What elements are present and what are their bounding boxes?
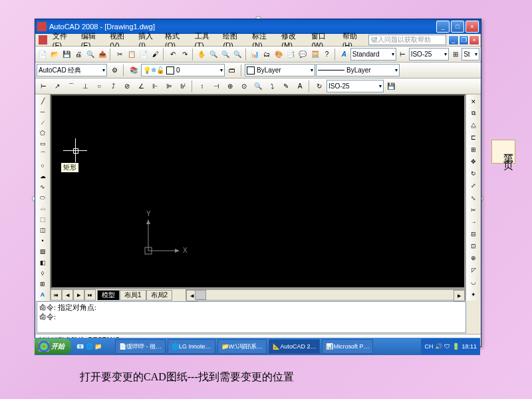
ellipse-arc-icon[interactable]: ⌓ xyxy=(36,203,49,213)
copy-obj-icon[interactable]: ⧉ xyxy=(467,108,480,119)
line-icon[interactable]: ╱ xyxy=(36,96,49,106)
layout1-tab[interactable]: 布局1 xyxy=(120,290,146,301)
point-icon[interactable]: • xyxy=(36,236,49,246)
move-icon[interactable]: ✥ xyxy=(467,156,480,168)
zoom-realtime-icon[interactable]: 🔍 xyxy=(208,48,219,61)
circle-icon[interactable]: ○ xyxy=(36,160,49,170)
publish-icon[interactable]: 📤 xyxy=(96,48,108,61)
command-prompt[interactable]: 命令: xyxy=(39,312,464,321)
dim-arc-icon[interactable]: ⌒ xyxy=(65,80,78,93)
hatch-icon[interactable]: ▨ xyxy=(36,247,49,257)
new-icon[interactable]: 📄 xyxy=(37,48,48,61)
task-item-5[interactable]: 📊 Microsoft P… xyxy=(322,339,373,354)
center-mark-icon[interactable]: ⊙ xyxy=(237,80,251,93)
drawing-canvas[interactable]: 矩形 X Y xyxy=(51,94,466,289)
dim-quick-icon[interactable]: ⊩ xyxy=(148,80,162,93)
tab-last-button[interactable]: ⏭ xyxy=(84,289,96,301)
explode-icon[interactable]: ✦ xyxy=(467,289,480,300)
dim-aligned-icon[interactable]: ↗ xyxy=(51,80,64,93)
design-center-icon[interactable]: 🗂 xyxy=(261,48,273,61)
task-item-4[interactable]: 📐 AutoCAD 2… xyxy=(269,339,320,354)
dim-style-save-icon[interactable]: 💾 xyxy=(384,80,398,93)
dim-linear-icon[interactable]: ⊢ xyxy=(37,80,50,93)
save-icon[interactable]: 💾 xyxy=(61,48,72,61)
insert-block-icon[interactable]: ⬚ xyxy=(36,214,49,224)
inspect-icon[interactable]: 🔍 xyxy=(251,80,265,93)
tolerance-icon[interactable]: ⊕ xyxy=(223,80,237,93)
layer-props-icon[interactable]: 📚 xyxy=(127,64,140,77)
system-tray[interactable]: CH 🔊 🛡 🔋 18:11 xyxy=(421,338,480,354)
mtext-icon[interactable]: A xyxy=(36,290,49,300)
layout2-tab[interactable]: 布局2 xyxy=(146,290,173,301)
join-icon[interactable]: ⊕ xyxy=(467,253,480,264)
polyline-icon[interactable]: ⟋ xyxy=(36,117,49,127)
help-icon[interactable]: ? xyxy=(321,48,332,61)
extend-icon[interactable]: → xyxy=(467,216,480,227)
text-style-a-icon[interactable]: A xyxy=(338,48,350,61)
arc-icon[interactable]: ⌒ xyxy=(36,150,49,160)
task-item-1[interactable]: 📄 缓哔哔 - 很… xyxy=(115,339,166,354)
std-dropdown[interactable]: St xyxy=(462,48,479,61)
tray-icon-3[interactable]: 🔋 xyxy=(452,343,460,350)
spline-icon[interactable]: ∿ xyxy=(36,182,49,192)
tab-first-button[interactable]: ⏮ xyxy=(51,289,62,301)
doc-close-button[interactable]: × xyxy=(469,35,479,45)
jog-line-icon[interactable]: ⤵ xyxy=(265,80,279,93)
task-item-3[interactable]: 📁 W:\冯阳\系… xyxy=(217,339,267,354)
pan-icon[interactable]: ✋ xyxy=(196,48,207,61)
xline-icon[interactable]: ─ xyxy=(36,106,49,116)
language-indicator[interactable]: CH xyxy=(424,343,433,350)
offset-icon[interactable]: ⊏ xyxy=(467,132,480,143)
task-item-2[interactable]: 🌐 LG Innote… xyxy=(168,339,215,354)
preview-icon[interactable]: 🔍 xyxy=(84,48,96,61)
calc-icon[interactable]: 🧮 xyxy=(309,48,321,61)
array-icon[interactable]: ⊞ xyxy=(467,144,480,156)
copy-icon[interactable]: 📋 xyxy=(126,48,137,61)
rotate-icon[interactable]: ↻ xyxy=(467,168,480,180)
dim-style-icon[interactable]: ⊢ xyxy=(397,48,408,61)
break-icon[interactable]: ⊡ xyxy=(467,241,480,252)
mirror-icon[interactable]: ⧋ xyxy=(467,120,480,131)
dim-angular-icon[interactable]: ∠ xyxy=(134,80,148,93)
tool-palette-icon[interactable]: 🎨 xyxy=(273,48,285,61)
model-tab[interactable]: 模型 xyxy=(97,290,120,301)
tab-next-button[interactable]: ▶ xyxy=(73,289,84,301)
dim-text-edit-icon[interactable]: A xyxy=(293,80,307,93)
paste-icon[interactable]: 📄 xyxy=(138,48,149,61)
document-icon[interactable] xyxy=(39,35,47,45)
region-icon[interactable]: ◊ xyxy=(36,268,49,278)
color-dropdown[interactable]: ByLayer xyxy=(245,64,315,76)
clock[interactable]: 18:11 xyxy=(462,343,477,350)
workspace-dropdown[interactable]: AutoCAD 经典 xyxy=(37,64,107,76)
print-icon[interactable]: 🖨 xyxy=(72,48,84,61)
dim-edit-icon[interactable]: ✎ xyxy=(279,80,293,93)
minimize-button[interactable]: _ xyxy=(436,21,450,33)
break-point-icon[interactable]: ⊟ xyxy=(467,228,480,239)
scale-icon[interactable]: ⤢ xyxy=(467,180,480,192)
start-button[interactable]: 开始 xyxy=(35,338,71,354)
dim-continue-icon[interactable]: ⊮ xyxy=(176,80,190,93)
erase-icon[interactable]: ✕ xyxy=(467,96,480,107)
match-icon[interactable]: 🖌 xyxy=(150,48,161,61)
doc-minimize-button[interactable]: _ xyxy=(448,35,459,45)
dim-jogged-icon[interactable]: ⤴ xyxy=(106,80,120,93)
table-icon[interactable]: ⊞ xyxy=(36,279,49,289)
undo-icon[interactable]: ↶ xyxy=(167,48,178,61)
sheet-set-icon[interactable]: 📑 xyxy=(285,48,297,61)
tab-prev-button[interactable]: ◀ xyxy=(62,289,73,301)
tray-icon-1[interactable]: 🔊 xyxy=(435,343,442,350)
layer-dropdown[interactable]: 💡❄🔓0 xyxy=(141,64,225,76)
workspace-settings-icon[interactable]: ⚙ xyxy=(108,64,121,77)
dim-space-icon[interactable]: ↕ xyxy=(196,80,209,93)
properties-icon[interactable]: 📊 xyxy=(249,48,261,61)
trim-icon[interactable]: ✂ xyxy=(467,204,480,215)
polygon-icon[interactable]: ⬠ xyxy=(36,128,49,138)
quick-launch[interactable]: 📧 🌐 📁 xyxy=(73,340,113,353)
text-style-dropdown[interactable]: Standard xyxy=(350,48,396,61)
tray-icon-2[interactable]: 🛡 xyxy=(444,343,450,350)
fillet-icon[interactable]: ◡ xyxy=(467,277,480,288)
rectangle-icon[interactable]: ▭ xyxy=(36,139,49,149)
zoom-window-icon[interactable]: 🔍 xyxy=(220,48,231,61)
ellipse-icon[interactable]: ⬭ xyxy=(36,193,49,203)
markup-icon[interactable]: 💬 xyxy=(297,48,309,61)
